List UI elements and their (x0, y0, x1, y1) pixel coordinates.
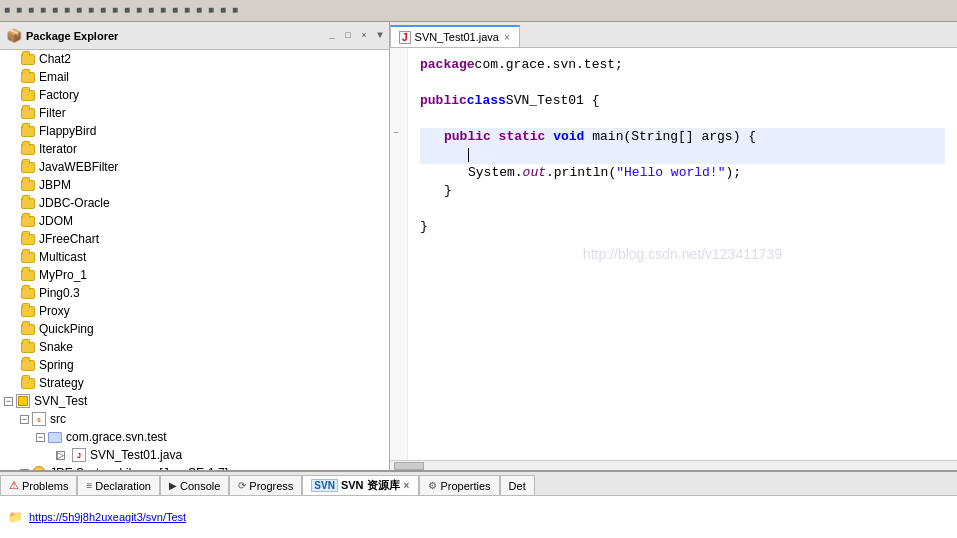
tree-item-java-file[interactable]: ▷ J SVN_Test01.java (0, 446, 389, 464)
pkg-name: com.grace.svn.test; (475, 56, 623, 74)
svn-url[interactable]: https://5h9j8h2uxeagit3/svn/Test (29, 511, 186, 523)
code-content[interactable]: http://blog.csdn.net/v123411739 package … (408, 48, 957, 460)
tree-item-chat2[interactable]: Chat2 (0, 50, 389, 68)
tree-label: Spring (39, 358, 74, 372)
tab-progress-label: Progress (249, 480, 293, 492)
tree-item-quickping[interactable]: QuickPing (0, 320, 389, 338)
tree-label: JBPM (39, 178, 71, 192)
bottom-content: 📁 https://5h9j8h2uxeagit3/svn/Test (0, 496, 957, 538)
tree-item-filter[interactable]: Filter (0, 104, 389, 122)
method-main: main(String[] args) { (592, 129, 756, 144)
tree-item-jre[interactable]: + ☕ JRE System Library [JavaSE-1.7] (0, 464, 389, 470)
out: out (523, 165, 546, 180)
tab-problems[interactable]: ⚠ Problems (0, 475, 77, 495)
tree-label: Email (39, 70, 69, 84)
tab-det[interactable]: Det (500, 475, 535, 495)
tab-svn[interactable]: SVN SVN 资源库 × (302, 475, 419, 495)
code-line-1: package com.grace.svn.test; (420, 56, 945, 74)
tree-item-jbpm[interactable]: JBPM (0, 176, 389, 194)
java-file-expand: ▷ (52, 447, 68, 463)
tree-area[interactable]: Chat2 Email Factory Filter FlappyBird (0, 50, 389, 470)
tab-svn-label: SVN 资源库 (341, 478, 400, 493)
tab-declaration-label: Declaration (95, 480, 151, 492)
collapse-marker[interactable]: − (393, 128, 399, 139)
jre-icon: ☕ (31, 465, 47, 470)
tab-progress[interactable]: ⟳ Progress (229, 475, 302, 495)
src-icon: s (31, 411, 47, 427)
code-line-4 (420, 110, 945, 128)
bottom-tabs: ⚠ Problems ≡ Declaration ▶ Console ⟳ Pro… (0, 472, 957, 496)
tree-item-mypro1[interactable]: MyPro_1 (0, 266, 389, 284)
code-line-8: } (420, 182, 945, 200)
close-btn[interactable]: × (357, 29, 371, 43)
code-line-7: System.out.println("Hello world!"); (420, 164, 945, 182)
scrollbar-thumb[interactable] (394, 462, 424, 470)
editor-tab-svn-test01[interactable]: J SVN_Test01.java × (390, 25, 520, 47)
tree-item-flappybird[interactable]: FlappyBird (0, 122, 389, 140)
bottom-panel: ⚠ Problems ≡ Declaration ▶ Console ⟳ Pro… (0, 470, 957, 538)
tab-properties-label: Properties (440, 480, 490, 492)
editor-area[interactable]: − http://blog.csdn.net/v123411739 packag… (390, 48, 957, 460)
tree-item-ping03[interactable]: Ping0.3 (0, 284, 389, 302)
kw-package: package (420, 56, 475, 74)
tree-item-src[interactable]: − s src (0, 410, 389, 428)
string-hello: "Hello world!" (616, 165, 725, 180)
folder-icon (20, 105, 36, 121)
collapse-icon[interactable]: − (4, 397, 13, 406)
tree-item-snake[interactable]: Snake (0, 338, 389, 356)
tab-close-btn[interactable]: × (503, 32, 511, 43)
tree-item-strategy[interactable]: Strategy (0, 374, 389, 392)
properties-icon: ⚙ (428, 480, 437, 491)
watermark: http://blog.csdn.net/v123411739 (583, 245, 782, 263)
tree-item-proxy[interactable]: Proxy (0, 302, 389, 320)
tree-item-multicast[interactable]: Multicast (0, 248, 389, 266)
expand-icon[interactable]: + (20, 469, 29, 471)
collapse-icon[interactable]: − (36, 433, 45, 442)
tree-item-spring[interactable]: Spring (0, 356, 389, 374)
tab-det-label: Det (509, 480, 526, 492)
tab-properties[interactable]: ⚙ Properties (419, 475, 499, 495)
tab-declaration[interactable]: ≡ Declaration (77, 475, 159, 495)
kw-class: class (467, 92, 506, 110)
tree-item-javawebfilter[interactable]: JavaWEBFilter (0, 158, 389, 176)
toolbar: ■ ■ ■ ■ ■ ■ ■ ■ ■ ■ ■ ■ ■ ■ ■ ■ ■ ■ ■ ■ (0, 0, 957, 22)
println: .println( (546, 165, 616, 180)
maximize-btn[interactable]: □ (341, 29, 355, 43)
code-line-5: public static void main(String[] args) { (420, 128, 945, 146)
tree-label: Multicast (39, 250, 86, 264)
tree-item-email[interactable]: Email (0, 68, 389, 86)
package-explorer-panel: 📦 Package Explorer _ □ × ▼ Chat2 Email (0, 22, 390, 470)
toolbar-icons: ■ ■ ■ ■ ■ ■ ■ ■ ■ ■ ■ ■ ■ ■ ■ ■ ■ ■ ■ ■ (4, 5, 238, 16)
horizontal-scrollbar[interactable] (390, 460, 957, 470)
tree-label: JavaWEBFilter (39, 160, 118, 174)
main-area: 📦 Package Explorer _ □ × ▼ Chat2 Email (0, 22, 957, 470)
project-icon (15, 393, 31, 409)
tree-item-svn-test[interactable]: − SVN_Test (0, 392, 389, 410)
kw-public: public (420, 92, 467, 110)
tree-item-jfreechart[interactable]: JFreeChart (0, 230, 389, 248)
collapse-icon[interactable]: − (20, 415, 29, 424)
view-menu-icon[interactable]: ▼ (377, 30, 383, 41)
code-line-6 (420, 146, 945, 164)
code-line-2 (420, 74, 945, 92)
java-icon: J (71, 447, 87, 463)
tree-label: Factory (39, 88, 79, 102)
tree-label: Iterator (39, 142, 77, 156)
package-explorer-icon: 📦 (6, 28, 22, 43)
kw-static: static (499, 129, 554, 144)
minimize-btn[interactable]: _ (325, 29, 339, 43)
tree-item-jdbc[interactable]: JDBC-Oracle (0, 194, 389, 212)
console-icon: ▶ (169, 480, 177, 491)
tree-item-iterator[interactable]: Iterator (0, 140, 389, 158)
tree-item-package[interactable]: − com.grace.svn.test (0, 428, 389, 446)
tree-label: Proxy (39, 304, 70, 318)
code-line-10: } (420, 218, 945, 236)
problems-icon: ⚠ (9, 479, 19, 492)
tab-console[interactable]: ▶ Console (160, 475, 229, 495)
tree-item-factory[interactable]: Factory (0, 86, 389, 104)
line7-indent: System.out.println("Hello world!"); (420, 164, 741, 182)
folder-icon (20, 195, 36, 211)
svn-tab-close[interactable]: × (403, 480, 411, 491)
svn-repo-icon: 📁 (8, 510, 23, 524)
tree-item-jdom[interactable]: JDOM (0, 212, 389, 230)
